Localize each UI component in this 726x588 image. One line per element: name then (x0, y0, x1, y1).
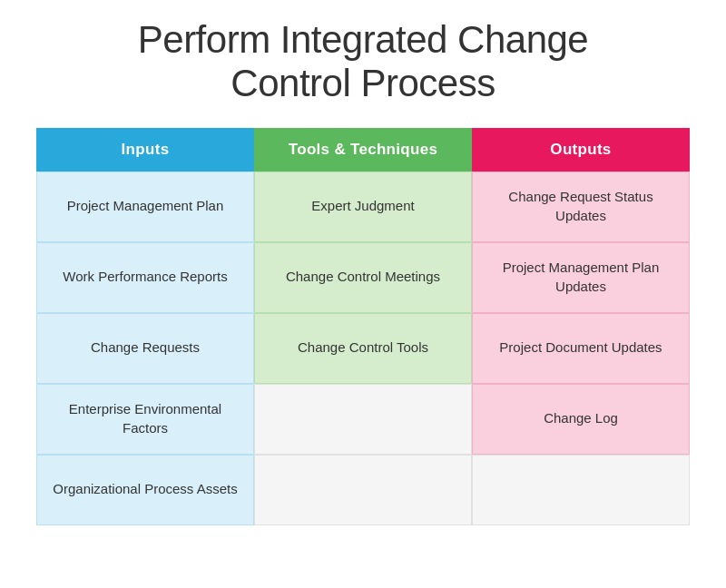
header-inputs: Inputs (36, 128, 254, 172)
header-tools: Tools & Techniques (254, 128, 472, 172)
tool-row3: Change Control Tools (254, 313, 472, 384)
output-row3: Project Document Updates (472, 313, 690, 384)
tool-row4 (254, 384, 472, 455)
output-row1: Change Request Status Updates (472, 172, 690, 242)
output-row2: Project Management Plan Updates (472, 242, 690, 313)
output-row5 (472, 455, 690, 525)
input-row2: Work Performance Reports (36, 242, 254, 313)
input-row1: Project Management Plan (36, 172, 254, 242)
process-table: Inputs Tools & Techniques Outputs Projec… (36, 128, 690, 525)
tool-row1: Expert Judgment (254, 172, 472, 242)
tool-row2: Change Control Meetings (254, 242, 472, 313)
header-outputs: Outputs (472, 128, 690, 172)
input-row4: Enterprise Environmental Factors (36, 384, 254, 455)
input-row3: Change Requests (36, 313, 254, 384)
page-title: Perform Integrated Change Control Proces… (138, 18, 588, 106)
tool-row5 (254, 455, 472, 525)
input-row5: Organizational Process Assets (36, 455, 254, 525)
output-row4: Change Log (472, 384, 690, 455)
